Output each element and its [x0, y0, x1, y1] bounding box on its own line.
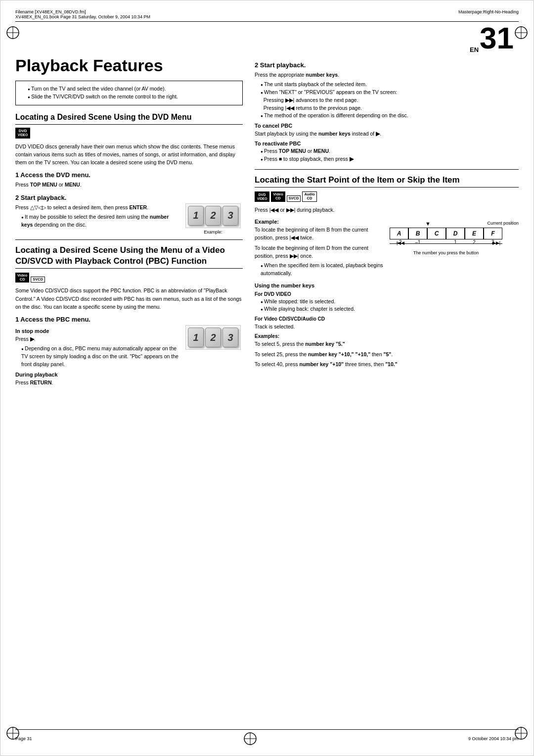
- pbc-numkeys-image: 1 2 3: [183, 325, 243, 350]
- badge-svcd-2: SVCD: [287, 195, 301, 201]
- badge-dvd-video: DVD VIDEO: [15, 128, 30, 139]
- reactivate-pbc-bullets: Press TOP MENU or MENU. Press ■ to stop …: [261, 147, 519, 163]
- cancel-pbc-body: Start playback by using the number keys …: [255, 130, 519, 138]
- section2-badges: Video CD SVCD: [15, 273, 243, 283]
- section3-heading: Locating the Start Point of the Item or …: [255, 175, 519, 188]
- section1-step1-heading: 1 Access the DVD menu.: [15, 171, 243, 179]
- for-dvd-bullet-2: While playing back: chapter is selected.: [261, 305, 519, 313]
- tl-cell-D: D: [446, 228, 465, 239]
- numkeys-image: 1 2 3: [185, 203, 241, 228]
- example-line-2: To select 25, press the number key "+10,…: [255, 350, 519, 358]
- page-title: Playback Features: [15, 56, 243, 75]
- badge-audio-cd: Audio CD: [302, 191, 316, 202]
- current-pos-label: Current position: [390, 221, 519, 226]
- pbc-bullet-2: When "NEXT" or "PREVIOUS" appears on the…: [261, 89, 519, 112]
- pbc-step2-section: 2 Start playback. Press the appropriate …: [255, 61, 519, 163]
- header-book: XV48EX_EN_01.book Page 31 Saturday, Octo…: [15, 14, 150, 19]
- en-label: EN: [470, 46, 479, 53]
- footer-reg-mark: [243, 732, 257, 746]
- pbc-step2-body: Press the appropriate number keys.: [255, 71, 519, 79]
- section1-step2-heading: 2 Start playback.: [15, 194, 243, 201]
- footer-page: Page 31: [15, 736, 32, 741]
- badge-dvd-video-2: DVD VIDEO: [255, 191, 269, 202]
- cancel-pbc-heading: To cancel PBC: [255, 123, 519, 129]
- stop-mode-body: Press ▶.: [15, 335, 178, 343]
- example-line-3: To select 40, press number key "+10" thr…: [255, 360, 519, 368]
- tl-cell-E: E: [465, 228, 484, 239]
- step2-text: Press △▽◁▷ to select a desired item, the…: [15, 203, 178, 231]
- badge-svcd: SVCD: [31, 277, 45, 283]
- numkey-3: 3: [222, 206, 238, 226]
- step2-image: 1 2 3 Example:: [183, 203, 243, 235]
- for-video-cd-body: Track is selected.: [255, 323, 519, 331]
- intro-list: Turn on the TV and select the video chan…: [28, 85, 237, 101]
- intro-item-2: Slide the TV/VCR/DVD switch on the remot…: [28, 93, 237, 101]
- section1-body: DVD VIDEO discs generally have their own…: [15, 142, 243, 167]
- example-diagram-area: Example: To locate the beginning of item…: [255, 216, 519, 280]
- section1-step2-body: Press △▽◁▷ to select a desired item, the…: [15, 203, 178, 211]
- section1-step2-bullet1: It may be possible to select the desired…: [21, 213, 178, 229]
- corner-mark-tl: [5, 25, 20, 40]
- timeline-diagram: Current position ▼ A B C D E F: [390, 216, 519, 280]
- example-label: Example:: [204, 230, 222, 235]
- main-content: Playback Features Turn on the TV and sel…: [15, 56, 519, 392]
- pbc-step1-text: In stop mode Press ▶. Depending on a dis…: [15, 325, 178, 388]
- intro-box: Turn on the TV and select the video chan…: [15, 81, 243, 105]
- corner-mark-tr: [514, 25, 529, 40]
- intro-item-1: Turn on the TV and select the video chan…: [28, 85, 237, 93]
- pbc-numkey-3: 3: [222, 328, 238, 347]
- section3-press-text: Press |◀◀ or ▶▶| during playback.: [255, 206, 519, 214]
- pbc-bullet-1: The unit starts playback of the selected…: [261, 81, 519, 89]
- for-dvd-bullet-1: While stopped: title is selected.: [261, 298, 519, 306]
- header-masterpage: Masterpage:Right-No-Heading: [458, 9, 519, 14]
- tl-num-1: 1: [446, 239, 465, 245]
- example-bullet1: When the specified item is located, play…: [261, 262, 384, 278]
- example-heading: Example:: [255, 219, 384, 225]
- right-column: 2 Start playback. Press the appropriate …: [255, 56, 519, 392]
- pbc-step2-bullets: The unit starts playback of the selected…: [261, 81, 519, 120]
- reactivate-pbc-heading: To reactivate PBC: [255, 141, 519, 146]
- section3-badges: DVD VIDEO Video CD SVCD Audio CD: [255, 191, 519, 202]
- reactivate-bullet-1: Press TOP MENU or MENU.: [261, 147, 519, 155]
- arrow-left-left: |◀◀: [397, 240, 404, 245]
- tl-num-2: 2: [465, 239, 484, 245]
- badge-video-cd-2: Video CD: [271, 191, 285, 202]
- timeline-row: A B C D E F: [390, 228, 502, 239]
- examples-heading: Examples:: [255, 333, 519, 339]
- example-text2: To locate the beginning of item D from t…: [255, 244, 384, 260]
- example-text-area: Example: To locate the beginning of item…: [255, 216, 384, 280]
- during-playback-body: Press RETURN.: [15, 378, 178, 386]
- tl-cell-F: F: [484, 228, 502, 239]
- pbc-step1-row: In stop mode Press ▶. Depending on a dis…: [15, 325, 243, 388]
- tl-cell-A: A: [390, 228, 408, 239]
- footer: Page 31 9 October 2004 10:34 pm: [15, 729, 519, 746]
- pbc-numkey-2: 2: [205, 328, 221, 347]
- pbc-step2-heading: 2 Start playback.: [255, 61, 519, 69]
- current-pos-arrow: ▼: [425, 221, 431, 227]
- pbc-bullet-3: The method of the operation is different…: [261, 112, 519, 120]
- stop-mode-label: In stop mode: [15, 328, 178, 334]
- numkey-2: 2: [205, 206, 221, 226]
- stop-mode-bullet1: Depending on a disc, PBC menu may automa…: [21, 345, 178, 368]
- page-num-area: EN 31: [15, 23, 519, 53]
- divider-2: [255, 169, 519, 170]
- for-dvd-heading: For DVD VIDEO: [255, 291, 519, 297]
- example-line-1: To select 5, press the number key "5.": [255, 340, 519, 348]
- timeline-bottom-label: The number you press the button: [390, 250, 502, 255]
- tl-cell-B: B: [408, 228, 427, 239]
- section1-step2-bullets: It may be possible to select the desired…: [21, 213, 178, 229]
- footer-date: 9 October 2004 10:34 pm: [468, 736, 519, 741]
- example-text1: To locate the beginning of item B from t…: [255, 226, 384, 242]
- section1-heading: Locating a Desired Scene Using the DVD M…: [15, 112, 243, 125]
- section2-heading: Locating a Desired Scene Using the Menu …: [15, 245, 243, 269]
- stop-mode-bullets: Depending on a disc, PBC menu may automa…: [21, 345, 178, 368]
- using-number-keys-heading: Using the number keys: [255, 283, 519, 288]
- divider-1: [15, 239, 243, 240]
- numkey-1: 1: [188, 206, 204, 226]
- during-playback-label: During playback: [15, 372, 178, 378]
- section2-step1-heading: 1 Access the PBC menu.: [15, 316, 243, 323]
- tl-num-neg1: –1: [408, 239, 427, 245]
- left-column: Playback Features Turn on the TV and sel…: [15, 56, 243, 392]
- section-skip: Locating the Start Point of the Item or …: [255, 175, 519, 368]
- example-bullets: When the specified item is located, play…: [261, 262, 384, 278]
